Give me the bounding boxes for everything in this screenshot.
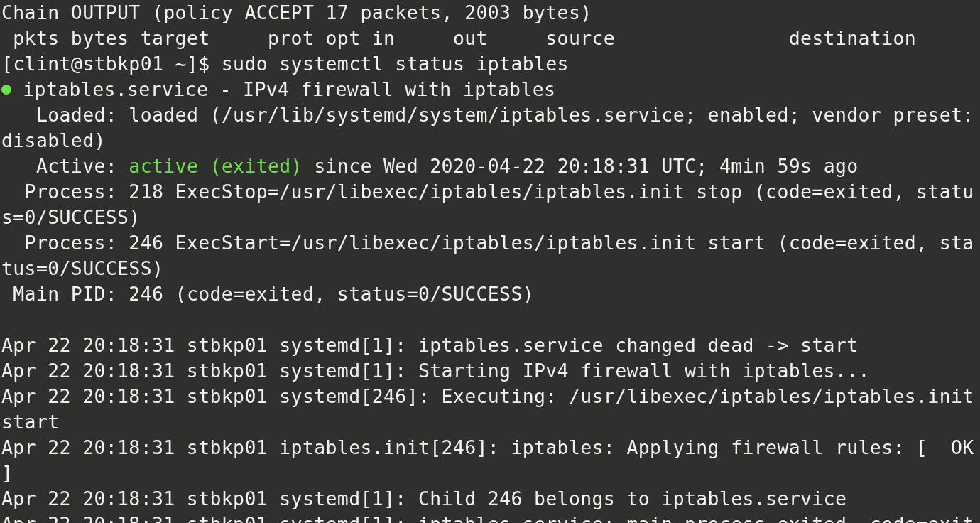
main-pid-line: Main PID: 246 (code=exited, status=0/SUC… <box>1 283 534 305</box>
journal-line: Apr 22 20:18:31 stbkp01 systemd[1]: Chil… <box>1 487 846 509</box>
service-line-space <box>11 78 23 100</box>
iptables-chain-line: Chain OUTPUT (policy ACCEPT 17 packets, … <box>1 1 592 23</box>
journal-line: Apr 22 20:18:31 stbkp01 systemd[1]: ipta… <box>1 334 859 356</box>
process-stop-line: Process: 218 ExecStop=/usr/libexec/iptab… <box>1 180 974 228</box>
active-status: active (exited) <box>129 155 303 177</box>
loaded-line: Loaded: loaded (/usr/lib/systemd/system/… <box>1 104 980 151</box>
process-start-line: Process: 246 ExecStart=/usr/libexec/ipta… <box>1 232 974 279</box>
terminal-output[interactable]: Chain OUTPUT (policy ACCEPT 17 packets, … <box>0 0 980 523</box>
active-since: since Wed 2020-04-22 20:18:31 UTC; 4min … <box>303 155 859 177</box>
journal-line: Apr 22 20:18:31 stbkp01 systemd[246]: Ex… <box>1 385 980 433</box>
status-dot-icon <box>1 85 11 95</box>
journal-line: Apr 22 20:18:31 stbkp01 systemd[1]: ipta… <box>1 513 974 523</box>
journal-line: Apr 22 20:18:31 stbkp01 systemd[1]: Star… <box>1 360 870 382</box>
active-label: Active: <box>1 155 129 177</box>
service-description-line: iptables.service - IPv4 firewall with ip… <box>23 78 555 100</box>
command-text: sudo systemctl status iptables <box>222 53 569 75</box>
iptables-header-line: pkts bytes target prot opt in out source… <box>1 27 916 49</box>
journal-line: Apr 22 20:18:31 stbkp01 iptables.init[24… <box>1 436 980 484</box>
shell-prompt: [clint@stbkp01 ~]$ <box>1 53 222 75</box>
